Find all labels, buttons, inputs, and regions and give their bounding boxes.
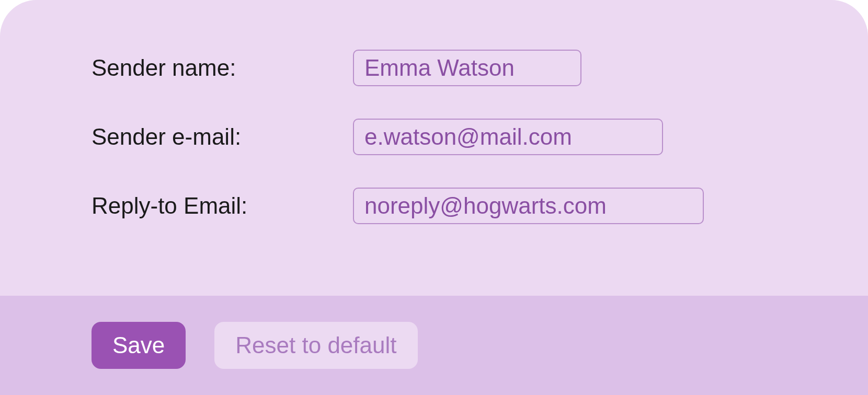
save-button[interactable]: Save bbox=[92, 322, 186, 369]
sender-name-input[interactable] bbox=[353, 50, 581, 86]
sender-name-row: Sender name: bbox=[92, 50, 868, 86]
sender-email-input[interactable] bbox=[353, 119, 663, 155]
sender-name-label: Sender name: bbox=[92, 55, 353, 81]
reply-to-email-row: Reply-to Email: bbox=[92, 188, 868, 224]
reset-button[interactable]: Reset to default bbox=[214, 322, 417, 369]
footer-area: Save Reset to default bbox=[0, 296, 868, 395]
reply-to-email-input[interactable] bbox=[353, 188, 704, 224]
sender-email-label: Sender e-mail: bbox=[92, 124, 353, 150]
sender-email-row: Sender e-mail: bbox=[92, 119, 868, 155]
settings-card: Sender name: Sender e-mail: Reply-to Ema… bbox=[0, 0, 868, 395]
form-area: Sender name: Sender e-mail: Reply-to Ema… bbox=[0, 0, 868, 296]
reply-to-email-label: Reply-to Email: bbox=[92, 193, 353, 219]
